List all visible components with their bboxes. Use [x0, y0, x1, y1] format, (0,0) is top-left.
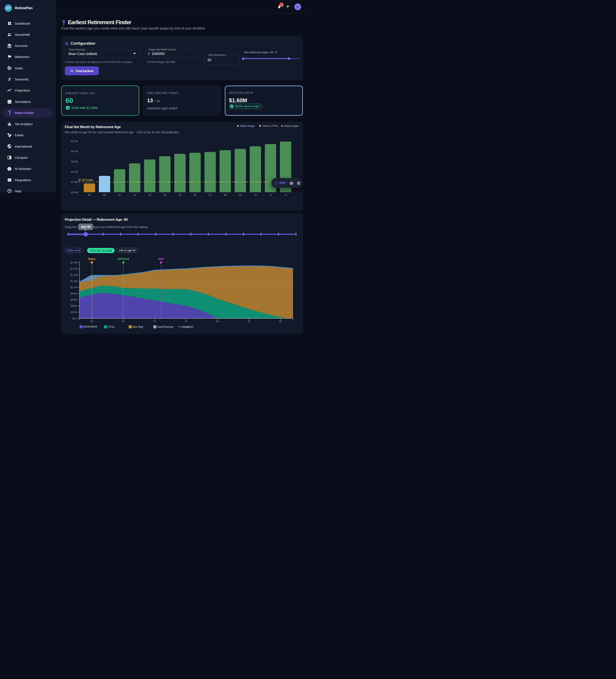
- svg-text:$1.0M: $1.0M: [70, 286, 77, 289]
- svg-text:$2.0M: $2.0M: [71, 170, 78, 173]
- svg-text:$1.0M: $1.0M: [71, 181, 78, 183]
- svg-text:Retire: Retire: [88, 258, 95, 261]
- svg-text:62: 62: [133, 194, 136, 196]
- svg-text:$3.0M: $3.0M: [71, 160, 78, 163]
- svg-text:64: 64: [163, 194, 166, 196]
- svg-text:80: 80: [216, 320, 219, 323]
- svg-text:TFSA: TFSA: [108, 325, 115, 328]
- svg-text:70: 70: [153, 320, 156, 323]
- svg-text:60: 60: [103, 194, 106, 196]
- svg-text:$1.8M: $1.8M: [70, 261, 77, 264]
- svg-text:Cash/Savings: Cash/Savings: [157, 325, 173, 328]
- svg-text:$4.0M: $4.0M: [71, 150, 78, 153]
- svg-text:$0.0M: $0.0M: [71, 191, 78, 194]
- svg-text:67: 67: [209, 194, 212, 196]
- svg-text:$5.0M: $5.0M: [71, 140, 78, 142]
- svg-text:$0.0: $0.0: [72, 317, 77, 320]
- svg-text:Age: Age: [184, 326, 189, 329]
- svg-text:63: 63: [149, 194, 151, 196]
- svg-text:$1.0M target: $1.0M target: [78, 179, 93, 182]
- svg-text:90: 90: [279, 320, 282, 323]
- svg-text:RRSP/RRIF: RRSP/RRIF: [83, 325, 98, 328]
- svg-text:70: 70: [254, 194, 257, 196]
- svg-text:$600k: $600k: [71, 298, 77, 301]
- svg-text:65: 65: [122, 320, 125, 323]
- svg-text:$200k: $200k: [71, 311, 77, 314]
- svg-text:$400k: $400k: [71, 304, 77, 307]
- svg-text:$800k: $800k: [71, 292, 77, 295]
- svg-text:61: 61: [118, 194, 121, 196]
- svg-text:CPP/OAS: CPP/OAS: [118, 258, 129, 261]
- svg-text:75: 75: [185, 320, 187, 323]
- svg-text:59: 59: [88, 194, 91, 196]
- svg-text:72: 72: [284, 194, 287, 196]
- svg-text:60: 60: [91, 320, 93, 323]
- svg-text:71: 71: [269, 194, 272, 196]
- svg-text:RRIF: RRIF: [158, 258, 164, 261]
- svg-text:69: 69: [239, 194, 242, 196]
- svg-text:$1.2M: $1.2M: [70, 280, 77, 282]
- svg-text:66: 66: [194, 194, 196, 196]
- svg-text:65: 65: [179, 194, 182, 196]
- svg-text:Non-Reg: Non-Reg: [132, 325, 143, 328]
- svg-text:$1.4M: $1.4M: [70, 273, 77, 276]
- svg-text:85: 85: [248, 320, 250, 323]
- svg-text:68: 68: [224, 194, 227, 196]
- svg-text:$1.6M: $1.6M: [70, 267, 77, 270]
